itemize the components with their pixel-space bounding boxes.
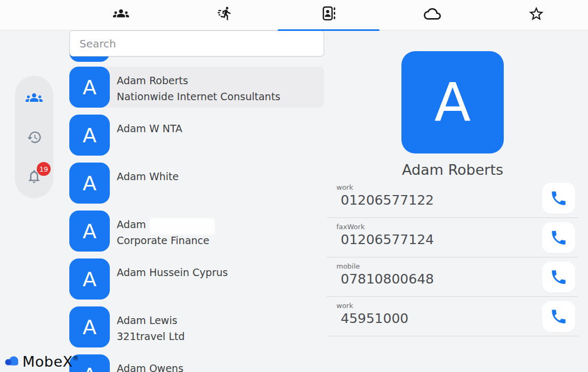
avatar: A	[69, 211, 110, 252]
phone-label: faxWork	[327, 218, 578, 231]
groups-icon	[26, 89, 43, 106]
phone-label: mobile	[327, 257, 578, 270]
phone-label: work	[327, 297, 578, 310]
registered-mark: ®	[73, 355, 79, 362]
contact-company: 321travel Ltd	[117, 328, 185, 344]
contact-name: Adam Roberts	[117, 72, 280, 88]
tab-favorites[interactable]	[484, 0, 588, 30]
sidebar-item-notifications[interactable]: 19	[25, 167, 43, 185]
contact-list-item[interactable]: A Adam W NTA	[69, 115, 324, 156]
contact-name: Adam W NTA	[117, 120, 182, 136]
phone-icon	[550, 229, 568, 247]
contact-name: Adam Owens	[117, 360, 183, 372]
phone-icon	[550, 308, 568, 326]
phone-number: 45951000	[327, 310, 578, 326]
phone-row: mobile 07810800648	[327, 257, 578, 297]
call-button[interactable]	[542, 183, 575, 214]
tab-groups[interactable]	[69, 0, 173, 30]
contact-company: Corporate Finance	[117, 232, 210, 248]
app-window: 19 A Adam Roberts Nationwide Internet Co…	[0, 0, 588, 372]
contact-list-item[interactable]: A Adam White	[69, 163, 324, 204]
notification-badge: 19	[37, 162, 51, 176]
avatar: A	[69, 115, 110, 156]
sidebar-item-contacts[interactable]	[25, 88, 43, 107]
contact-list: A Adam Roberts Nationwide Internet Consu…	[69, 67, 324, 372]
mobex-logo: MobeX ®	[4, 354, 79, 370]
avatar: A	[69, 163, 110, 204]
contact-name: Adam Hussein Cyprus	[117, 264, 228, 280]
avatar: A	[69, 67, 110, 108]
phone-number: 01206577122	[327, 191, 578, 208]
contact-list-item[interactable]: A Adam Lewis 321travel Ltd	[69, 306, 324, 347]
sidebar-item-history[interactable]	[25, 128, 43, 146]
phone-row: faxWork 01206577124	[327, 218, 578, 257]
star-icon	[528, 5, 545, 22]
phone-row: work 45951000	[327, 297, 578, 336]
contact-card-icon	[320, 5, 336, 21]
tab-cloud[interactable]	[381, 0, 485, 30]
active-tab-indicator	[278, 29, 380, 31]
avatar: A	[69, 258, 110, 300]
contact-name: Adam Lewis	[117, 312, 185, 328]
redaction-overlay	[150, 219, 215, 234]
search-input[interactable]	[69, 30, 324, 56]
contact-list-item[interactable]: A Adam Roberts Nationwide Internet Consu…	[69, 67, 324, 108]
phone-number: 07810800648	[327, 270, 578, 287]
contact-list-item[interactable]: A Adam Corporate Finance	[69, 211, 324, 252]
call-button[interactable]	[542, 301, 575, 332]
contact-list-item[interactable]: A Adam Owens	[69, 354, 324, 372]
detail-avatar: A	[401, 51, 504, 153]
sprint-icon	[217, 5, 233, 21]
tab-activity[interactable]	[173, 0, 277, 30]
history-icon	[27, 130, 42, 145]
top-tab-bar	[0, 0, 588, 30]
phone-icon	[550, 189, 568, 207]
contact-name: Adam White	[117, 168, 179, 184]
phone-list: work 01206577122 faxWork 01206577124 mob…	[327, 179, 578, 336]
cloud-logo-icon	[4, 354, 20, 368]
logo-text: MobeX	[22, 354, 73, 370]
call-button[interactable]	[542, 222, 575, 253]
contact-list-item[interactable]: A Adam Hussein Cyprus	[69, 258, 324, 300]
contact-company: Nationwide Internet Consultants	[117, 88, 280, 104]
call-button[interactable]	[542, 262, 575, 293]
groups-icon	[113, 5, 129, 21]
tab-strip	[69, 0, 588, 30]
phone-icon	[550, 268, 568, 286]
avatar: A	[69, 306, 110, 347]
sidebar: 19	[15, 76, 53, 198]
phone-label: work	[327, 179, 578, 191]
cloud-icon	[424, 5, 441, 22]
phone-number: 01206577124	[327, 231, 578, 247]
detail-contact-name: Adam Roberts	[327, 161, 578, 178]
phone-row: work 01206577122	[327, 179, 578, 218]
tab-contacts[interactable]	[277, 0, 381, 30]
